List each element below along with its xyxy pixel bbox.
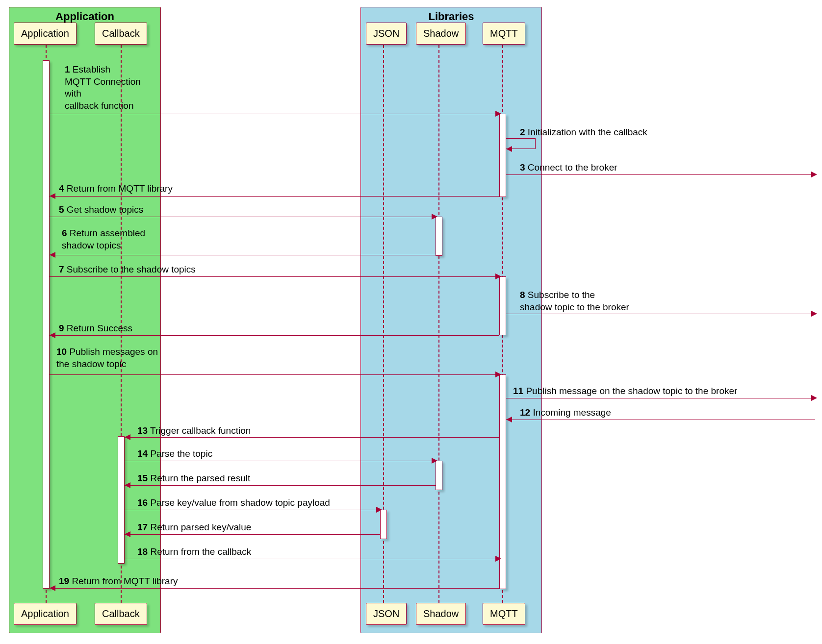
msg-2-label: 2 Initialization with the callback xyxy=(520,126,647,139)
msg-15-arrow xyxy=(125,482,130,488)
participant-mqtt-bottom: MQTT xyxy=(483,603,525,625)
msg-19-arrow xyxy=(50,585,55,591)
msg-12-label: 12 Incoming message xyxy=(520,407,611,419)
participant-callback-bottom: Callback xyxy=(95,603,147,625)
msg-15-label: 15 Return the parsed result xyxy=(137,472,250,485)
msg-19-label: 19 Return from MQTT library xyxy=(59,575,178,588)
activation-shadow-2 xyxy=(436,461,442,490)
msg-9-arrow xyxy=(50,332,55,338)
activation-mqtt-1 xyxy=(499,114,506,197)
msg-12-arrow xyxy=(506,417,512,422)
msg-7-arrow xyxy=(495,273,501,279)
msg-9-line xyxy=(50,335,499,336)
msg-15-line xyxy=(125,485,436,486)
activation-shadow-1 xyxy=(436,217,442,256)
participant-json-top: JSON xyxy=(366,23,407,45)
msg-1-arrow xyxy=(495,111,501,117)
msg-7-label: 7 Subscribe to the shadow topics xyxy=(59,264,196,276)
msg-5-arrow xyxy=(432,214,437,220)
group-libraries: Libraries xyxy=(360,7,542,633)
msg-14-arrow xyxy=(432,458,437,464)
participant-shadow-top: Shadow xyxy=(416,23,466,45)
sequence-diagram: Application Libraries Application Callba… xyxy=(5,5,817,639)
msg-17-arrow xyxy=(125,531,130,537)
msg-1-line xyxy=(50,114,499,114)
participant-callback-top: Callback xyxy=(95,23,147,45)
msg-3-arrow xyxy=(811,172,817,177)
msg-13-line xyxy=(125,437,499,438)
msg-5-line xyxy=(50,217,436,217)
participant-shadow-bottom: Shadow xyxy=(416,603,466,625)
msg-10-line xyxy=(50,374,499,375)
msg-8-line xyxy=(506,314,815,314)
msg-10-arrow xyxy=(495,372,501,377)
msg-6-label: 6 Return assembled shadow topics xyxy=(62,227,145,251)
msg-4-arrow xyxy=(50,193,55,199)
msg-2-arrow xyxy=(506,146,512,152)
msg-11-label: 11 Publish message on the shadow topic t… xyxy=(513,385,737,397)
msg-5-label: 5 Get shadow topics xyxy=(59,204,143,216)
activation-callback xyxy=(118,436,125,564)
participant-application-bottom: Application xyxy=(14,603,77,625)
msg-16-line xyxy=(125,510,380,510)
group-libraries-title: Libraries xyxy=(429,10,474,23)
msg-13-label: 13 Trigger callback function xyxy=(137,425,251,437)
msg-11-line xyxy=(506,398,815,398)
msg-6-arrow xyxy=(50,252,55,258)
msg-11-arrow xyxy=(811,395,817,401)
msg-18-label: 18 Return from the callback xyxy=(137,546,251,558)
participant-json-bottom: JSON xyxy=(366,603,407,625)
msg-8-arrow xyxy=(811,311,817,317)
msg-18-arrow xyxy=(495,556,501,562)
msg-17-line xyxy=(125,534,380,535)
msg-16-label: 16 Parse key/value from shadow topic pay… xyxy=(137,497,330,509)
msg-12-line xyxy=(506,420,815,420)
activation-application xyxy=(43,60,50,589)
msg-9-label: 9 Return Success xyxy=(59,322,132,335)
msg-6-line xyxy=(50,255,436,255)
msg-7-line xyxy=(50,276,499,277)
msg-4-line xyxy=(50,196,499,197)
msg-13-arrow xyxy=(125,434,130,440)
msg-8-label: 8 Subscribe to the shadow topic to the b… xyxy=(520,289,629,313)
msg-14-line xyxy=(125,461,436,461)
msg-4-label: 4 Return from MQTT library xyxy=(59,183,173,195)
participant-application-top: Application xyxy=(14,23,77,45)
participant-mqtt-top: MQTT xyxy=(483,23,525,45)
msg-1-label: 1 Establish MQTT Connection with callbac… xyxy=(65,64,141,112)
msg-19-line xyxy=(50,588,499,589)
msg-10-label: 10 Publish messages on the shadow topic xyxy=(56,346,158,370)
group-application-title: Application xyxy=(55,10,114,23)
activation-json xyxy=(380,510,387,539)
msg-3-label: 3 Connect to the broker xyxy=(520,162,617,174)
lifeline-shadow xyxy=(438,45,439,603)
msg-3-line xyxy=(506,174,815,175)
msg-18-line xyxy=(125,559,499,559)
msg-17-label: 17 Return parsed key/value xyxy=(137,521,251,534)
msg-14-label: 14 Parse the topic xyxy=(137,448,212,460)
msg-16-arrow xyxy=(376,507,382,513)
activation-mqtt-2 xyxy=(499,276,506,335)
